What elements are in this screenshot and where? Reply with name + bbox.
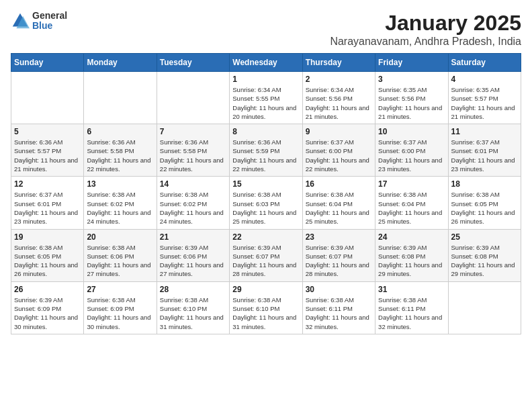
calendar-cell: 1Sunrise: 6:34 AM Sunset: 5:55 PM Daylig…	[230, 72, 302, 124]
day-info: Sunrise: 6:37 AM Sunset: 6:00 PM Dayligh…	[306, 138, 372, 173]
day-number: 23	[306, 232, 372, 242]
calendar-cell: 6Sunrise: 6:36 AM Sunset: 5:58 PM Daylig…	[84, 124, 157, 177]
day-info: Sunrise: 6:39 AM Sunset: 6:07 PM Dayligh…	[232, 243, 299, 279]
calendar-header: SundayMondayTuesdayWednesdayThursdayFrid…	[11, 54, 521, 72]
day-info: Sunrise: 6:36 AM Sunset: 5:58 PM Dayligh…	[160, 138, 226, 173]
day-info: Sunrise: 6:38 AM Sunset: 6:05 PM Dayligh…	[451, 190, 518, 226]
calendar-cell: 8Sunrise: 6:36 AM Sunset: 5:59 PM Daylig…	[230, 124, 302, 177]
day-info: Sunrise: 6:39 AM Sunset: 6:09 PM Dayligh…	[14, 295, 81, 331]
calendar-cell: 19Sunrise: 6:38 AM Sunset: 6:05 PM Dayli…	[11, 229, 84, 281]
calendar-cell: 11Sunrise: 6:37 AM Sunset: 6:01 PM Dayli…	[448, 124, 521, 177]
day-number: 8	[232, 127, 299, 136]
weekday-header-friday: Friday	[375, 54, 448, 72]
day-number: 15	[232, 179, 299, 189]
weekday-header-thursday: Thursday	[302, 54, 375, 72]
day-info: Sunrise: 6:38 AM Sunset: 6:02 PM Dayligh…	[87, 190, 153, 226]
day-number: 20	[87, 232, 153, 242]
calendar-cell: 28Sunrise: 6:38 AM Sunset: 6:10 PM Dayli…	[157, 281, 229, 334]
day-number: 3	[378, 75, 445, 84]
page-header: General Blue January 2025 Narayanavanam,…	[11, 11, 521, 48]
day-number: 18	[451, 179, 518, 189]
calendar-cell: 18Sunrise: 6:38 AM Sunset: 6:05 PM Dayli…	[448, 177, 521, 229]
calendar-cell: 25Sunrise: 6:39 AM Sunset: 6:08 PM Dayli…	[448, 229, 521, 281]
week-row-3: 12Sunrise: 6:37 AM Sunset: 6:01 PM Dayli…	[11, 177, 521, 229]
weekday-header-tuesday: Tuesday	[157, 54, 229, 72]
day-number: 10	[378, 127, 445, 136]
weekday-header-saturday: Saturday	[448, 54, 521, 72]
calendar-cell: 27Sunrise: 6:38 AM Sunset: 6:09 PM Dayli…	[84, 281, 157, 334]
calendar-cell: 7Sunrise: 6:36 AM Sunset: 5:58 PM Daylig…	[157, 124, 229, 177]
calendar-cell: 24Sunrise: 6:39 AM Sunset: 6:08 PM Dayli…	[375, 229, 448, 281]
calendar-cell: 14Sunrise: 6:38 AM Sunset: 6:02 PM Dayli…	[157, 177, 229, 229]
day-info: Sunrise: 6:38 AM Sunset: 6:06 PM Dayligh…	[87, 243, 153, 279]
week-row-5: 26Sunrise: 6:39 AM Sunset: 6:09 PM Dayli…	[11, 281, 521, 334]
day-number: 19	[14, 232, 81, 242]
day-number: 11	[451, 127, 518, 136]
day-number: 9	[306, 127, 372, 136]
weekday-row: SundayMondayTuesdayWednesdayThursdayFrid…	[11, 54, 521, 72]
calendar-cell: 10Sunrise: 6:37 AM Sunset: 6:00 PM Dayli…	[375, 124, 448, 177]
day-info: Sunrise: 6:36 AM Sunset: 5:57 PM Dayligh…	[14, 138, 81, 173]
calendar-cell: 4Sunrise: 6:35 AM Sunset: 5:57 PM Daylig…	[448, 72, 521, 124]
day-number: 29	[232, 285, 299, 294]
calendar-cell: 31Sunrise: 6:38 AM Sunset: 6:11 PM Dayli…	[375, 281, 448, 334]
calendar-cell: 21Sunrise: 6:39 AM Sunset: 6:06 PM Dayli…	[157, 229, 229, 281]
day-info: Sunrise: 6:36 AM Sunset: 5:59 PM Dayligh…	[232, 138, 299, 173]
day-number: 1	[232, 75, 299, 84]
calendar-cell: 16Sunrise: 6:38 AM Sunset: 6:04 PM Dayli…	[302, 177, 375, 229]
day-info: Sunrise: 6:39 AM Sunset: 6:07 PM Dayligh…	[306, 243, 372, 279]
day-info: Sunrise: 6:34 AM Sunset: 5:55 PM Dayligh…	[232, 85, 299, 121]
weekday-header-wednesday: Wednesday	[230, 54, 302, 72]
day-number: 26	[14, 285, 81, 294]
week-row-2: 5Sunrise: 6:36 AM Sunset: 5:57 PM Daylig…	[11, 124, 521, 177]
logo-icon	[11, 11, 30, 30]
day-info: Sunrise: 6:39 AM Sunset: 6:08 PM Dayligh…	[378, 243, 445, 279]
day-info: Sunrise: 6:37 AM Sunset: 6:01 PM Dayligh…	[451, 138, 518, 173]
day-number: 7	[160, 127, 226, 136]
day-number: 4	[451, 75, 518, 84]
calendar-cell	[448, 281, 521, 334]
calendar-cell: 2Sunrise: 6:34 AM Sunset: 5:56 PM Daylig…	[302, 72, 375, 124]
day-number: 5	[14, 127, 81, 136]
calendar-cell	[84, 72, 157, 124]
logo-text: General Blue	[32, 11, 67, 32]
day-number: 30	[306, 285, 372, 294]
day-info: Sunrise: 6:38 AM Sunset: 6:02 PM Dayligh…	[160, 190, 226, 226]
calendar-table: SundayMondayTuesdayWednesdayThursdayFrid…	[11, 53, 521, 334]
logo-blue: Blue	[32, 21, 67, 31]
weekday-header-monday: Monday	[84, 54, 157, 72]
day-info: Sunrise: 6:36 AM Sunset: 5:58 PM Dayligh…	[87, 138, 153, 173]
calendar-cell	[157, 72, 229, 124]
day-number: 17	[378, 179, 445, 189]
day-number: 22	[232, 232, 299, 242]
day-number: 31	[378, 285, 445, 294]
calendar-cell: 20Sunrise: 6:38 AM Sunset: 6:06 PM Dayli…	[84, 229, 157, 281]
day-info: Sunrise: 6:34 AM Sunset: 5:56 PM Dayligh…	[306, 85, 372, 121]
calendar-cell: 3Sunrise: 6:35 AM Sunset: 5:56 PM Daylig…	[375, 72, 448, 124]
day-info: Sunrise: 6:39 AM Sunset: 6:06 PM Dayligh…	[160, 243, 226, 279]
day-number: 12	[14, 179, 81, 189]
calendar-cell: 5Sunrise: 6:36 AM Sunset: 5:57 PM Daylig…	[11, 124, 84, 177]
day-number: 27	[87, 285, 153, 294]
day-info: Sunrise: 6:38 AM Sunset: 6:04 PM Dayligh…	[378, 190, 445, 226]
day-number: 13	[87, 179, 153, 189]
calendar-cell: 15Sunrise: 6:38 AM Sunset: 6:03 PM Dayli…	[230, 177, 302, 229]
calendar-body: 1Sunrise: 6:34 AM Sunset: 5:55 PM Daylig…	[11, 72, 521, 334]
day-number: 2	[306, 75, 372, 84]
week-row-1: 1Sunrise: 6:34 AM Sunset: 5:55 PM Daylig…	[11, 72, 521, 124]
day-info: Sunrise: 6:35 AM Sunset: 5:56 PM Dayligh…	[378, 85, 445, 121]
calendar-cell: 30Sunrise: 6:38 AM Sunset: 6:11 PM Dayli…	[302, 281, 375, 334]
location-title: Narayanavanam, Andhra Pradesh, India	[330, 36, 521, 48]
logo: General Blue	[11, 11, 67, 32]
weekday-header-sunday: Sunday	[11, 54, 84, 72]
day-info: Sunrise: 6:35 AM Sunset: 5:57 PM Dayligh…	[451, 85, 518, 121]
day-number: 25	[451, 232, 518, 242]
month-title: January 2025	[330, 11, 521, 36]
day-info: Sunrise: 6:37 AM Sunset: 6:00 PM Dayligh…	[378, 138, 445, 173]
calendar-cell: 13Sunrise: 6:38 AM Sunset: 6:02 PM Dayli…	[84, 177, 157, 229]
day-number: 21	[160, 232, 226, 242]
day-info: Sunrise: 6:38 AM Sunset: 6:10 PM Dayligh…	[160, 295, 226, 331]
day-info: Sunrise: 6:38 AM Sunset: 6:10 PM Dayligh…	[232, 295, 299, 331]
title-section: January 2025 Narayanavanam, Andhra Prade…	[330, 11, 521, 48]
day-info: Sunrise: 6:38 AM Sunset: 6:11 PM Dayligh…	[378, 295, 445, 331]
